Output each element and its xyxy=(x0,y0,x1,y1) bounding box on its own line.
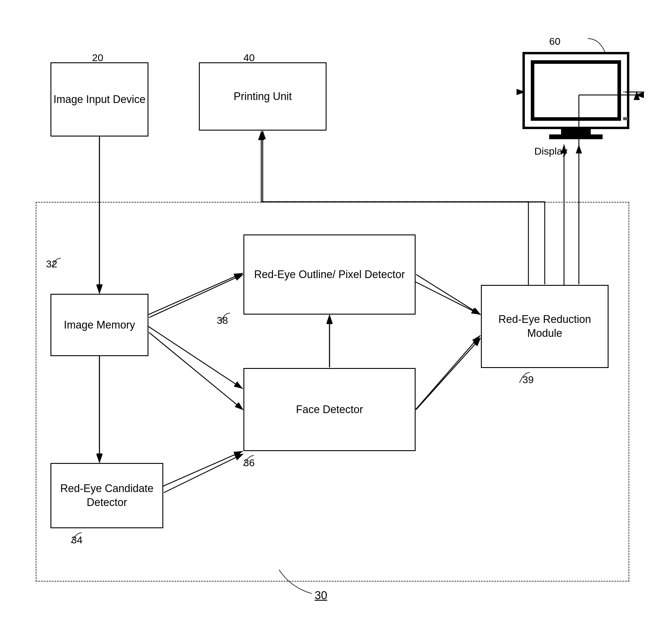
ref60-line xyxy=(570,36,629,65)
box-red-eye-outline: Red-Eye Outline/ Pixel Detector xyxy=(243,234,416,314)
printing-unit-label: Printing Unit xyxy=(233,90,292,104)
image-memory-label: Image Memory xyxy=(64,318,135,332)
ref30-line xyxy=(267,564,326,600)
display-arrow xyxy=(624,88,647,96)
ref34-line xyxy=(65,530,89,548)
label-20: 20 xyxy=(92,52,103,64)
red-eye-candidate-label: Red-Eye Candidate Detector xyxy=(51,482,162,510)
ref32-line xyxy=(46,255,70,273)
red-eye-reduction-label: Red-Eye Reduction Module xyxy=(482,312,608,340)
ref38-line xyxy=(214,310,238,328)
box-red-eye-candidate: Red-Eye Candidate Detector xyxy=(51,463,163,528)
box-printing-unit: Printing Unit xyxy=(199,62,326,131)
red-eye-outline-label: Red-Eye Outline/ Pixel Detector xyxy=(254,268,405,282)
diagram: 20 Image Input Device 40 Printing Unit 6… xyxy=(0,0,670,644)
face-detector-label: Face Detector xyxy=(296,403,363,417)
display-monitor xyxy=(522,52,635,144)
box-red-eye-reduction: Red-Eye Reduction Module xyxy=(481,285,608,368)
image-input-device-label: Image Input Device xyxy=(53,93,146,107)
box-image-memory: Image Memory xyxy=(51,294,148,356)
ref39-line xyxy=(513,370,537,387)
label-40: 40 xyxy=(243,52,255,64)
box-image-input-device: Image Input Device xyxy=(51,62,148,136)
ref36-line xyxy=(238,453,261,470)
label-60: 60 xyxy=(549,36,561,47)
box-face-detector: Face Detector xyxy=(243,368,416,451)
display-label: Display xyxy=(534,145,567,157)
